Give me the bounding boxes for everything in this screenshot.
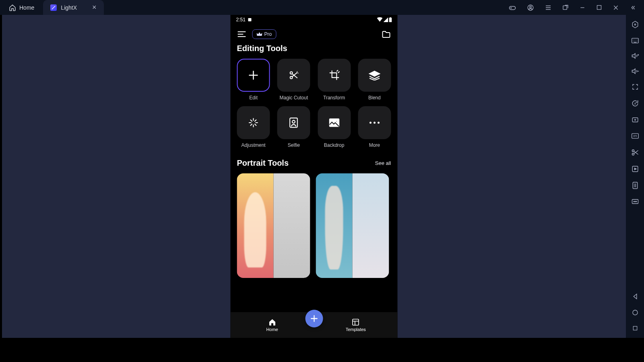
layers-icon bbox=[358, 59, 391, 92]
home-icon bbox=[268, 318, 276, 326]
nav-home[interactable]: Home bbox=[248, 318, 296, 332]
svg-point-24 bbox=[632, 150, 634, 152]
see-all-link[interactable]: See all bbox=[375, 160, 391, 166]
svg-point-18 bbox=[634, 24, 636, 25]
tool-edit[interactable]: Edit bbox=[237, 59, 270, 101]
svg-point-14 bbox=[369, 122, 372, 124]
nav-templates-label: Templates bbox=[346, 327, 366, 332]
account-icon[interactable] bbox=[527, 4, 534, 11]
svg-rect-7 bbox=[390, 17, 391, 18]
home-icon bbox=[9, 4, 16, 11]
minimize-icon[interactable] bbox=[579, 4, 586, 11]
hexagon-icon[interactable] bbox=[631, 21, 639, 29]
signal-icon bbox=[384, 17, 388, 22]
tool-label: Transform bbox=[323, 95, 345, 101]
editing-tools-title: Editing Tools bbox=[237, 44, 391, 53]
svg-point-9 bbox=[290, 72, 293, 74]
svg-point-11 bbox=[292, 120, 295, 123]
hamburger-icon[interactable] bbox=[237, 30, 247, 38]
svg-point-13 bbox=[336, 121, 337, 122]
home-label: Home bbox=[19, 4, 34, 11]
image-icon bbox=[318, 106, 351, 139]
folder-icon[interactable] bbox=[382, 30, 391, 39]
app-tab[interactable]: LightX × bbox=[43, 0, 103, 15]
popout-icon[interactable] bbox=[562, 4, 569, 11]
tool-label: Magic Cutout bbox=[280, 95, 308, 101]
dots-icon bbox=[358, 106, 391, 139]
volume-up-icon[interactable] bbox=[631, 53, 639, 59]
tool-label: Backdrop bbox=[324, 142, 345, 148]
svg-point-31 bbox=[636, 201, 637, 202]
portrait-card[interactable] bbox=[316, 173, 389, 278]
tool-selfie[interactable]: Selfie bbox=[277, 106, 310, 148]
back-triangle-icon[interactable] bbox=[632, 293, 639, 300]
apk-icon[interactable]: APK bbox=[631, 132, 639, 140]
titlebar-right bbox=[508, 4, 644, 12]
plus-icon bbox=[237, 59, 270, 92]
svg-point-2 bbox=[530, 6, 532, 8]
app-header: Pro bbox=[231, 25, 398, 44]
tool-label: More bbox=[369, 142, 380, 148]
svg-point-16 bbox=[378, 122, 380, 124]
svg-text:APK: APK bbox=[633, 135, 637, 138]
home-circle-icon[interactable] bbox=[632, 309, 639, 316]
fullscreen-icon[interactable] bbox=[632, 83, 639, 90]
svg-point-32 bbox=[633, 310, 638, 315]
tool-magic-cutout[interactable]: Magic Cutout bbox=[277, 59, 310, 101]
rotate-icon[interactable]: A bbox=[631, 99, 639, 107]
svg-point-30 bbox=[635, 201, 636, 202]
pro-label: Pro bbox=[264, 31, 272, 37]
portrait-header: Portrait Tools See all bbox=[237, 158, 391, 168]
status-notification-icon bbox=[248, 18, 252, 22]
maximize-icon[interactable] bbox=[596, 4, 602, 10]
svg-rect-6 bbox=[389, 18, 392, 22]
titlebar-left: Home LightX × bbox=[0, 0, 104, 15]
portrait-cards bbox=[237, 173, 391, 278]
tool-adjustment[interactable]: Adjustment bbox=[237, 106, 270, 148]
close-icon[interactable] bbox=[613, 4, 619, 11]
phone-screen: 2:51 Pro Editing Tool bbox=[231, 15, 398, 338]
window-titlebar: Home LightX × bbox=[0, 0, 644, 15]
scissors-icon[interactable] bbox=[631, 148, 639, 156]
svg-point-8 bbox=[290, 76, 293, 79]
tool-label: Edit bbox=[249, 95, 258, 101]
volume-down-icon[interactable] bbox=[631, 68, 639, 74]
svg-rect-5 bbox=[248, 18, 252, 21]
keyboard-icon[interactable] bbox=[631, 37, 639, 44]
nav-templates[interactable]: Templates bbox=[332, 318, 380, 332]
tool-transform[interactable]: Transform bbox=[318, 59, 351, 101]
emulator-sidebar: A APK bbox=[626, 15, 644, 338]
gamepad-icon[interactable] bbox=[508, 4, 516, 12]
document-icon[interactable] bbox=[632, 181, 638, 189]
svg-point-29 bbox=[634, 201, 634, 202]
tool-label: Adjustment bbox=[242, 142, 266, 148]
svg-rect-0 bbox=[510, 6, 516, 9]
sparkle-icon bbox=[237, 106, 270, 139]
crop-icon bbox=[318, 59, 351, 92]
tool-label: Blend bbox=[368, 95, 381, 101]
app-tab-icon bbox=[50, 4, 57, 11]
svg-rect-4 bbox=[597, 6, 601, 10]
tab-close-icon[interactable]: × bbox=[92, 3, 97, 12]
tool-backdrop[interactable]: Backdrop bbox=[318, 106, 351, 148]
svg-rect-17 bbox=[353, 319, 359, 325]
editing-tools-grid: Edit Magic Cutout Transform bbox=[237, 59, 391, 148]
tool-more[interactable]: More bbox=[358, 106, 391, 148]
menu-icon[interactable] bbox=[545, 4, 552, 11]
tool-blend[interactable]: Blend bbox=[358, 59, 391, 101]
fab-add[interactable] bbox=[305, 310, 323, 327]
battery-icon bbox=[389, 17, 392, 22]
android-status-bar: 2:51 bbox=[231, 15, 398, 25]
add-panel-icon[interactable] bbox=[632, 116, 639, 123]
collapse-icon[interactable] bbox=[630, 4, 636, 11]
svg-rect-10 bbox=[290, 118, 298, 127]
more-icon[interactable] bbox=[632, 198, 639, 205]
pro-badge[interactable]: Pro bbox=[252, 29, 277, 39]
svg-rect-33 bbox=[633, 326, 637, 330]
recents-square-icon[interactable] bbox=[632, 325, 638, 331]
home-tab[interactable]: Home bbox=[0, 0, 43, 15]
portrait-card[interactable] bbox=[237, 173, 310, 278]
media-icon[interactable] bbox=[632, 165, 639, 173]
tool-label: Selfie bbox=[288, 142, 300, 148]
plus-icon bbox=[310, 314, 318, 323]
